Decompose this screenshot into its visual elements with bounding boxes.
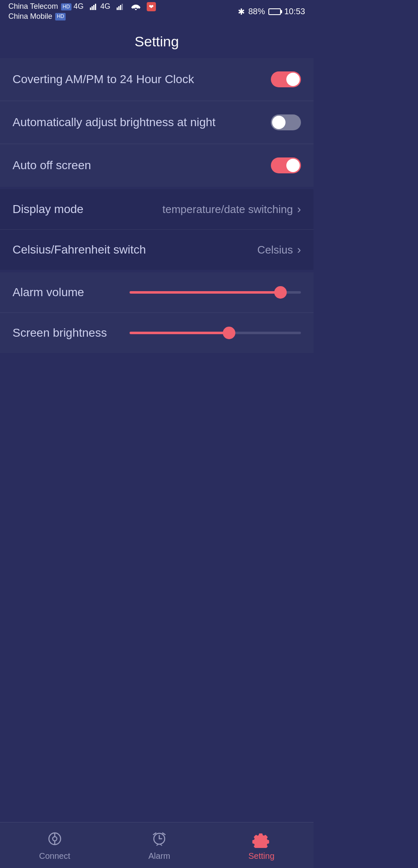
empty-area: [0, 355, 314, 731]
auto-brightness-toggle[interactable]: [271, 114, 301, 130]
tab-setting[interactable]: Setting: [248, 830, 274, 861]
svg-line-19: [160, 844, 162, 845]
svg-rect-3: [95, 4, 96, 10]
auto-brightness-label: Automatically adjust brightness at night: [13, 116, 216, 129]
alarm-volume-fill: [130, 291, 280, 294]
screen-brightness-track[interactable]: [130, 332, 301, 334]
svg-rect-6: [120, 5, 121, 10]
tab-bar: Connect Alarm Setting: [0, 822, 314, 868]
alarm-volume-row: Alarm volume: [0, 272, 314, 313]
screen-brightness-fill: [130, 332, 229, 334]
alarm-volume-label: Alarm volume: [13, 286, 121, 299]
display-mode-nav-right: temperature/date switching ›: [163, 203, 301, 216]
display-mode-chevron: ›: [297, 203, 301, 216]
tab-alarm-label: Alarm: [148, 851, 170, 861]
auto-off-screen-row: Auto off screen: [0, 144, 314, 187]
celsius-fahrenheit-row[interactable]: Celsius/Fahrenheit switch Celsius ›: [0, 230, 314, 270]
tab-alarm[interactable]: Alarm: [148, 830, 170, 861]
connect-icon: [46, 830, 64, 848]
tab-setting-label: Setting: [248, 851, 274, 861]
screen-brightness-row: Screen brightness: [0, 313, 314, 353]
svg-rect-5: [118, 6, 120, 10]
slider-section: Alarm volume Screen brightness: [0, 272, 314, 353]
carrier-info: China Telecom HD 4G 4G ❤ China Mobile HD: [8, 2, 156, 21]
svg-line-18: [157, 844, 158, 845]
svg-rect-7: [122, 4, 123, 10]
page-title: Setting: [0, 23, 314, 58]
bluetooth-icon: ✱: [238, 7, 245, 17]
auto-off-screen-knob: [286, 159, 300, 172]
carrier2-label: China Mobile HD: [8, 12, 156, 21]
auto-brightness-knob: [272, 116, 285, 129]
display-mode-row[interactable]: Display mode temperature/date switching …: [0, 189, 314, 230]
auto-off-screen-label: Auto off screen: [13, 159, 91, 172]
celsius-fahrenheit-value: Celsius: [257, 244, 293, 256]
alarm-volume-track[interactable]: [130, 291, 301, 294]
tab-connect[interactable]: Connect: [39, 830, 71, 861]
svg-rect-4: [117, 8, 118, 10]
celsius-fahrenheit-nav-right: Celsius ›: [257, 243, 301, 256]
screen-brightness-label: Screen brightness: [13, 326, 121, 340]
svg-point-10: [53, 837, 57, 841]
svg-rect-2: [93, 5, 94, 10]
display-mode-value: temperature/date switching: [163, 203, 293, 216]
celsius-fahrenheit-label: Celsius/Fahrenheit switch: [13, 243, 146, 256]
convert-clock-knob: [286, 73, 300, 86]
screen-brightness-thumb[interactable]: [223, 327, 235, 339]
svg-rect-1: [92, 6, 93, 10]
setting-icon: [252, 830, 270, 848]
battery-icon: [268, 8, 281, 15]
celsius-fahrenheit-chevron: ›: [297, 243, 301, 256]
auto-off-screen-toggle[interactable]: [271, 157, 301, 173]
toggle-section: Coverting AM/PM to 24 Hour Clock Automat…: [0, 58, 314, 187]
convert-clock-row: Coverting AM/PM to 24 Hour Clock: [0, 58, 314, 101]
svg-point-8: [135, 9, 137, 10]
status-right: ✱ 88% 10:53: [238, 7, 305, 17]
display-section: Display mode temperature/date switching …: [0, 189, 314, 270]
display-mode-label: Display mode: [13, 203, 84, 216]
convert-clock-label: Coverting AM/PM to 24 Hour Clock: [13, 73, 194, 86]
carrier1-label: China Telecom HD 4G 4G ❤: [8, 2, 156, 11]
battery-percent: 88%: [248, 7, 265, 16]
clock-label: 10:53: [284, 7, 305, 16]
alarm-volume-thumb[interactable]: [274, 286, 287, 299]
svg-rect-0: [90, 8, 91, 10]
status-bar: China Telecom HD 4G 4G ❤ China Mobile HD…: [0, 0, 314, 23]
convert-clock-toggle[interactable]: [271, 71, 301, 87]
tab-connect-label: Connect: [39, 851, 71, 861]
auto-brightness-row: Automatically adjust brightness at night: [0, 101, 314, 144]
alarm-icon: [150, 830, 168, 848]
